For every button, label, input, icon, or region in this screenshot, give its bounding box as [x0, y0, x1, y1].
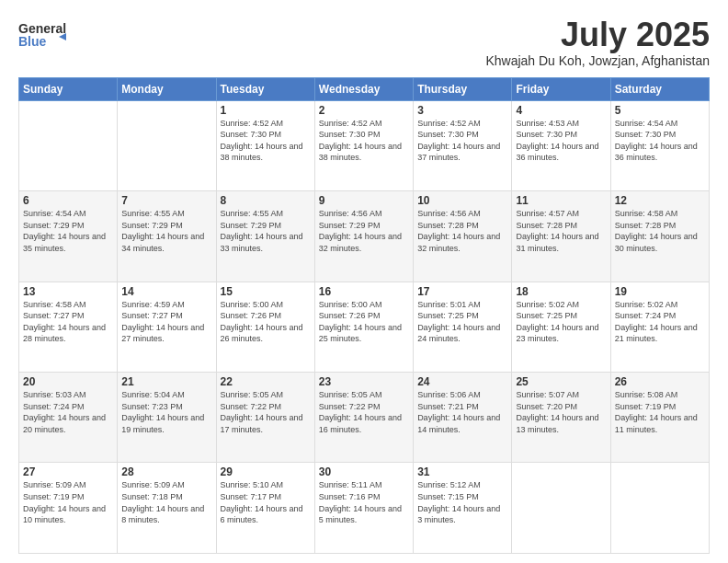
table-row: 3Sunrise: 4:52 AMSunset: 7:30 PMDaylight… [414, 100, 512, 190]
day-number: 20 [23, 375, 113, 388]
day-number: 15 [221, 285, 311, 298]
table-row: 17Sunrise: 5:01 AMSunset: 7:25 PMDayligh… [414, 282, 512, 372]
header-thursday: Thursday [414, 77, 512, 100]
day-number: 23 [319, 375, 409, 388]
table-row: 13Sunrise: 4:58 AMSunset: 7:27 PMDayligh… [19, 282, 118, 372]
day-info: Sunrise: 4:56 AMSunset: 7:29 PMDaylight:… [319, 208, 409, 254]
day-info: Sunrise: 4:54 AMSunset: 7:29 PMDaylight:… [23, 208, 113, 254]
table-row: 28Sunrise: 5:09 AMSunset: 7:18 PMDayligh… [118, 463, 216, 554]
svg-text:Blue: Blue [18, 34, 47, 49]
logo: General Blue [18, 17, 66, 53]
table-row: 12Sunrise: 4:58 AMSunset: 7:28 PMDayligh… [610, 191, 709, 282]
day-number: 28 [121, 465, 211, 478]
day-info: Sunrise: 4:52 AMSunset: 7:30 PMDaylight:… [319, 118, 409, 164]
table-row: 29Sunrise: 5:10 AMSunset: 7:17 PMDayligh… [216, 463, 314, 554]
day-info: Sunrise: 4:56 AMSunset: 7:28 PMDaylight:… [417, 208, 507, 254]
table-row: 23Sunrise: 5:05 AMSunset: 7:22 PMDayligh… [314, 373, 413, 463]
day-info: Sunrise: 5:09 AMSunset: 7:18 PMDaylight:… [121, 479, 211, 525]
day-info: Sunrise: 4:55 AMSunset: 7:29 PMDaylight:… [121, 208, 211, 254]
header-sunday: Sunday [19, 77, 118, 100]
table-row: 27Sunrise: 5:09 AMSunset: 7:19 PMDayligh… [19, 463, 118, 554]
day-info: Sunrise: 5:00 AMSunset: 7:26 PMDaylight:… [221, 299, 311, 345]
table-row: 10Sunrise: 4:56 AMSunset: 7:28 PMDayligh… [414, 191, 512, 282]
day-info: Sunrise: 4:53 AMSunset: 7:30 PMDaylight:… [516, 118, 606, 164]
day-info: Sunrise: 5:06 AMSunset: 7:21 PMDaylight:… [417, 389, 507, 435]
table-row: 25Sunrise: 5:07 AMSunset: 7:20 PMDayligh… [512, 373, 610, 463]
day-number: 14 [121, 285, 211, 298]
day-number: 13 [23, 285, 113, 298]
table-row: 1Sunrise: 4:52 AMSunset: 7:30 PMDaylight… [216, 100, 314, 190]
day-info: Sunrise: 5:03 AMSunset: 7:24 PMDaylight:… [23, 389, 113, 435]
header-wednesday: Wednesday [314, 77, 413, 100]
day-number: 12 [615, 194, 705, 207]
header: General Blue July 2025 Khwajah Du Koh, J… [18, 17, 710, 68]
table-row: 18Sunrise: 5:02 AMSunset: 7:25 PMDayligh… [512, 282, 610, 372]
day-number: 18 [516, 285, 606, 298]
day-info: Sunrise: 5:02 AMSunset: 7:25 PMDaylight:… [516, 299, 606, 345]
day-info: Sunrise: 4:54 AMSunset: 7:30 PMDaylight:… [615, 118, 705, 164]
day-info: Sunrise: 5:05 AMSunset: 7:22 PMDaylight:… [221, 389, 311, 435]
table-row: 7Sunrise: 4:55 AMSunset: 7:29 PMDaylight… [118, 191, 216, 282]
table-row: 8Sunrise: 4:55 AMSunset: 7:29 PMDaylight… [216, 191, 314, 282]
day-number: 31 [417, 465, 507, 478]
calendar-table: Sunday Monday Tuesday Wednesday Thursday… [18, 77, 710, 554]
day-info: Sunrise: 4:52 AMSunset: 7:30 PMDaylight:… [221, 118, 311, 164]
day-number: 19 [615, 285, 705, 298]
day-number: 16 [319, 285, 409, 298]
day-info: Sunrise: 5:04 AMSunset: 7:23 PMDaylight:… [121, 389, 211, 435]
table-row: 9Sunrise: 4:56 AMSunset: 7:29 PMDaylight… [314, 191, 413, 282]
header-friday: Friday [512, 77, 610, 100]
day-number: 24 [417, 375, 507, 388]
day-info: Sunrise: 5:07 AMSunset: 7:20 PMDaylight:… [516, 389, 606, 435]
day-info: Sunrise: 4:58 AMSunset: 7:27 PMDaylight:… [23, 299, 113, 345]
table-row: 30Sunrise: 5:11 AMSunset: 7:16 PMDayligh… [314, 463, 413, 554]
day-info: Sunrise: 4:55 AMSunset: 7:29 PMDaylight:… [221, 208, 311, 254]
table-row: 14Sunrise: 4:59 AMSunset: 7:27 PMDayligh… [118, 282, 216, 372]
table-row [610, 463, 709, 554]
calendar-header-row: Sunday Monday Tuesday Wednesday Thursday… [19, 77, 710, 100]
table-row: 2Sunrise: 4:52 AMSunset: 7:30 PMDaylight… [314, 100, 413, 190]
day-number: 1 [221, 104, 311, 117]
table-row: 22Sunrise: 5:05 AMSunset: 7:22 PMDayligh… [216, 373, 314, 463]
day-number: 9 [319, 194, 409, 207]
table-row: 26Sunrise: 5:08 AMSunset: 7:19 PMDayligh… [610, 373, 709, 463]
day-info: Sunrise: 5:08 AMSunset: 7:19 PMDaylight:… [615, 389, 705, 435]
day-number: 27 [23, 465, 113, 478]
day-info: Sunrise: 4:57 AMSunset: 7:28 PMDaylight:… [516, 208, 606, 254]
day-info: Sunrise: 5:09 AMSunset: 7:19 PMDaylight:… [23, 479, 113, 525]
table-row: 16Sunrise: 5:00 AMSunset: 7:26 PMDayligh… [314, 282, 413, 372]
table-row: 20Sunrise: 5:03 AMSunset: 7:24 PMDayligh… [19, 373, 118, 463]
page: General Blue July 2025 Khwajah Du Koh, J… [0, 0, 728, 563]
day-number: 11 [516, 194, 606, 207]
day-number: 21 [121, 375, 211, 388]
header-monday: Monday [118, 77, 216, 100]
table-row: 5Sunrise: 4:54 AMSunset: 7:30 PMDaylight… [610, 100, 709, 190]
day-info: Sunrise: 4:59 AMSunset: 7:27 PMDaylight:… [121, 299, 211, 345]
day-info: Sunrise: 5:10 AMSunset: 7:17 PMDaylight:… [221, 479, 311, 525]
table-row: 6Sunrise: 4:54 AMSunset: 7:29 PMDaylight… [19, 191, 118, 282]
header-tuesday: Tuesday [216, 77, 314, 100]
table-row: 11Sunrise: 4:57 AMSunset: 7:28 PMDayligh… [512, 191, 610, 282]
day-number: 22 [221, 375, 311, 388]
day-number: 17 [417, 285, 507, 298]
logo-icon: General Blue [18, 17, 66, 53]
day-info: Sunrise: 5:02 AMSunset: 7:24 PMDaylight:… [615, 299, 705, 345]
month-title: July 2025 [485, 17, 710, 53]
day-number: 4 [516, 104, 606, 117]
day-number: 8 [221, 194, 311, 207]
table-row: 4Sunrise: 4:53 AMSunset: 7:30 PMDaylight… [512, 100, 610, 190]
location-title: Khwajah Du Koh, Jowzjan, Afghanistan [485, 53, 710, 68]
table-row [512, 463, 610, 554]
day-number: 2 [319, 104, 409, 117]
title-block: July 2025 Khwajah Du Koh, Jowzjan, Afgha… [485, 17, 710, 68]
day-info: Sunrise: 5:05 AMSunset: 7:22 PMDaylight:… [319, 389, 409, 435]
day-info: Sunrise: 5:12 AMSunset: 7:15 PMDaylight:… [417, 479, 507, 525]
day-number: 10 [417, 194, 507, 207]
day-number: 26 [615, 375, 705, 388]
day-number: 5 [615, 104, 705, 117]
day-info: Sunrise: 5:11 AMSunset: 7:16 PMDaylight:… [319, 479, 409, 525]
day-number: 25 [516, 375, 606, 388]
day-number: 3 [417, 104, 507, 117]
day-info: Sunrise: 5:01 AMSunset: 7:25 PMDaylight:… [417, 299, 507, 345]
table-row: 24Sunrise: 5:06 AMSunset: 7:21 PMDayligh… [414, 373, 512, 463]
